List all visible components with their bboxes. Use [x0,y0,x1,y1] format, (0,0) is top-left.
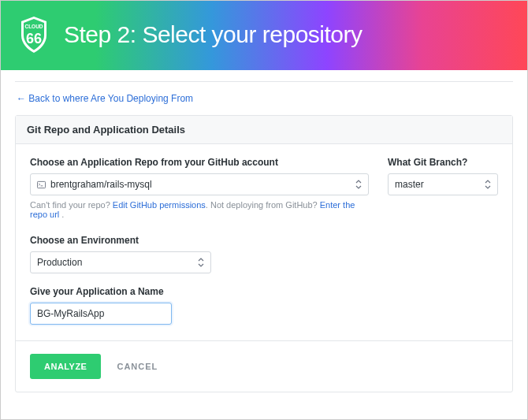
branch-label: What Git Branch? [388,157,498,168]
updown-icon [485,180,491,189]
branch-select[interactable]: master [388,173,498,195]
environment-label: Choose an Environment [30,235,498,246]
page-header: CLOUD 66 Step 2: Select your repository [1,1,527,70]
repo-panel: Git Repo and Application Details Choose … [15,115,513,392]
terminal-icon [37,180,46,189]
cloud66-logo: CLOUD 66 [17,15,51,54]
branch-value: master [395,179,424,190]
updown-icon [198,258,204,267]
repo-helper: Can't find your repo? Edit GitHub permis… [30,200,369,219]
repo-label: Choose an Application Repo from your Git… [30,157,369,168]
repo-select[interactable]: brentgraham/rails-mysql [30,173,369,195]
environment-select[interactable]: Production [30,251,211,273]
environment-value: Production [37,257,82,268]
page-title: Step 2: Select your repository [64,21,363,48]
svg-text:66: 66 [26,31,42,46]
app-name-input[interactable] [30,303,172,325]
svg-rect-2 [37,181,45,188]
back-link[interactable]: ← Back to where Are You Deploying From [15,82,513,115]
cancel-button[interactable]: CANCEL [117,362,158,371]
analyze-button[interactable]: ANALYZE [30,354,101,379]
repo-value: brentgraham/rails-mysql [50,179,152,190]
panel-title: Git Repo and Application Details [16,116,512,144]
edit-permissions-link[interactable]: Edit GitHub permissions [113,200,206,210]
app-name-label: Give your Application a Name [30,286,498,297]
svg-text:CLOUD: CLOUD [24,24,43,29]
updown-icon [355,180,362,189]
